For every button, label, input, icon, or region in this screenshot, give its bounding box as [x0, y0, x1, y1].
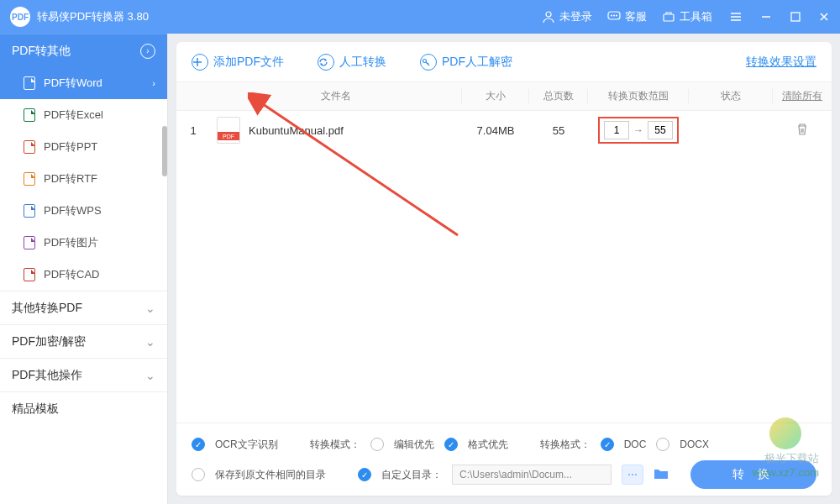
sidebar-group-label: 其他转换PDF — [12, 301, 82, 316]
login-label: 未登录 — [559, 9, 592, 24]
app-logo-icon: PDF — [10, 7, 30, 27]
minimize-button[interactable] — [759, 10, 773, 24]
svg-point-4 — [616, 15, 617, 17]
sidebar-item-pdf-to-image[interactable]: PDF转图片 — [0, 227, 167, 259]
menu-button[interactable] — [729, 10, 743, 24]
mode-edit-radio[interactable] — [370, 438, 384, 451]
header-filename: 文件名 — [210, 89, 462, 103]
toolbar: 添加PDF文件 人工转换 PDF人工解密 转换效果设置 — [176, 42, 832, 82]
titlebar: PDF 转易侠PDF转换器 3.80 未登录 客服 工具箱 — [0, 0, 840, 34]
table-row: 1 PDF KubuntuManual.pdf 7.04MB 55 → — [176, 111, 832, 150]
convert-button[interactable]: 转 换 — [690, 460, 816, 489]
chevron-down-icon: ⌄ — [145, 369, 155, 382]
main-panel: 添加PDF文件 人工转换 PDF人工解密 转换效果设置 文件名 大小 总页 — [176, 42, 832, 496]
format-label: 转换格式： — [540, 438, 591, 452]
format-docx-radio[interactable] — [656, 438, 669, 451]
ocr-checkbox[interactable] — [192, 438, 205, 451]
app-title: 转易侠PDF转换器 3.80 — [37, 9, 149, 24]
svg-point-3 — [613, 15, 615, 17]
range-to-input[interactable] — [648, 121, 673, 139]
mode-format-radio[interactable] — [444, 438, 458, 451]
plus-circle-icon — [192, 54, 208, 71]
add-pdf-button[interactable]: 添加PDF文件 — [192, 54, 284, 71]
sidebar-group-other-to-pdf[interactable]: 其他转换PDF⌄ — [0, 291, 167, 324]
ocr-label: OCR文字识别 — [215, 438, 278, 452]
svg-rect-5 — [664, 14, 674, 21]
open-folder-button[interactable] — [654, 468, 669, 482]
header-status: 状态 — [689, 89, 773, 103]
chevron-right-icon: › — [152, 78, 155, 88]
table-header: 文件名 大小 总页数 转换页数范围 状态 清除所有 — [176, 82, 832, 111]
sidebar-group-pdf-other[interactable]: PDF其他操作⌄ — [0, 358, 167, 391]
sidebar-item-pdf-to-rtf[interactable]: PDF转RTF — [0, 163, 167, 195]
sidebar-group-templates[interactable]: 精品模板 — [0, 391, 167, 425]
format-doc-label: DOC — [624, 438, 647, 450]
sidebar-group-pdf-encrypt[interactable]: PDF加密/解密⌄ — [0, 324, 167, 358]
svg-point-2 — [611, 15, 612, 17]
row-size: 7.04MB — [462, 124, 529, 137]
sidebar-item-pdf-to-excel[interactable]: PDF转Excel — [0, 99, 167, 131]
save-custom-label: 自定义目录： — [381, 468, 442, 482]
pdf-file-icon: PDF — [217, 117, 240, 144]
refresh-circle-icon — [318, 54, 334, 71]
toolbox-icon — [662, 10, 675, 24]
sidebar-group-label: PDF其他操作 — [12, 368, 82, 383]
folder-icon — [654, 468, 669, 480]
maximize-button[interactable] — [790, 11, 801, 23]
support-label: 客服 — [625, 9, 647, 24]
toolbox-button[interactable]: 工具箱 — [662, 9, 712, 24]
header-size: 大小 — [462, 89, 529, 103]
header-pages: 总页数 — [529, 89, 588, 103]
close-icon — [818, 11, 830, 23]
save-custom-dir-radio[interactable] — [358, 468, 371, 481]
user-icon — [542, 10, 555, 24]
sidebar-item-pdf-to-wps[interactable]: PDF转WPS — [0, 195, 167, 227]
chevron-right-circle-icon: › — [140, 44, 155, 59]
excel-file-icon — [24, 108, 35, 122]
browse-button[interactable]: ⋯ — [622, 465, 643, 485]
sidebar-item-label: PDF转PPT — [44, 139, 155, 155]
delete-row-button[interactable] — [795, 126, 809, 139]
manual-convert-button[interactable]: 人工转换 — [318, 54, 386, 71]
manual-convert-label: 人工转换 — [339, 55, 386, 70]
sidebar: PDF转其他 › PDF转Word › PDF转Excel PDF转PPT PD… — [0, 34, 168, 504]
sidebar-header-pdf-to-other[interactable]: PDF转其他 › — [0, 34, 167, 67]
sidebar-item-label: PDF转CAD — [44, 267, 155, 282]
maximize-icon — [790, 11, 801, 23]
chevron-down-icon: ⌄ — [145, 302, 155, 315]
range-from-input[interactable] — [604, 121, 629, 139]
add-pdf-label: 添加PDF文件 — [213, 55, 284, 70]
sidebar-item-pdf-to-word[interactable]: PDF转Word › — [0, 67, 167, 99]
save-same-dir-radio[interactable] — [192, 468, 205, 481]
support-button[interactable]: 客服 — [607, 9, 647, 24]
effect-settings-button[interactable]: 转换效果设置 — [746, 55, 816, 70]
format-doc-radio[interactable] — [601, 438, 614, 451]
manual-decrypt-button[interactable]: PDF人工解密 — [420, 54, 512, 71]
sidebar-scrollbar[interactable] — [162, 126, 167, 176]
pdf-tag: PDF — [218, 132, 239, 140]
svg-rect-6 — [791, 13, 800, 21]
main-area: 添加PDF文件 人工转换 PDF人工解密 转换效果设置 文件名 大小 总页 — [168, 34, 840, 504]
sidebar-item-label: PDF转图片 — [44, 235, 155, 250]
rtf-file-icon — [24, 172, 35, 186]
ppt-file-icon — [24, 140, 35, 154]
close-button[interactable] — [818, 11, 830, 23]
sidebar-item-label: PDF转Word — [44, 76, 152, 91]
svg-point-0 — [546, 12, 551, 17]
toolbox-label: 工具箱 — [680, 9, 712, 24]
sidebar-group-label: PDF加密/解密 — [12, 334, 86, 349]
trash-icon — [795, 123, 809, 136]
login-button[interactable]: 未登录 — [542, 9, 592, 24]
sidebar-item-pdf-to-cad[interactable]: PDF转CAD — [0, 259, 167, 291]
sidebar-item-label: PDF转Excel — [44, 108, 155, 123]
svg-point-7 — [423, 59, 427, 62]
clear-all-button[interactable]: 清除所有 — [773, 89, 832, 103]
sidebar-item-label: PDF转RTF — [44, 171, 155, 186]
footer: OCR文字识别 转换模式： 编辑优先 格式优先 转换格式： DOC DOCX — [176, 423, 832, 496]
chevron-down-icon: ⌄ — [145, 335, 155, 349]
mode-label: 转换模式： — [310, 438, 360, 452]
output-path-input[interactable] — [452, 465, 612, 485]
cad-file-icon — [24, 268, 35, 281]
sidebar-item-label: PDF转WPS — [44, 203, 155, 218]
sidebar-item-pdf-to-ppt[interactable]: PDF转PPT — [0, 131, 167, 163]
